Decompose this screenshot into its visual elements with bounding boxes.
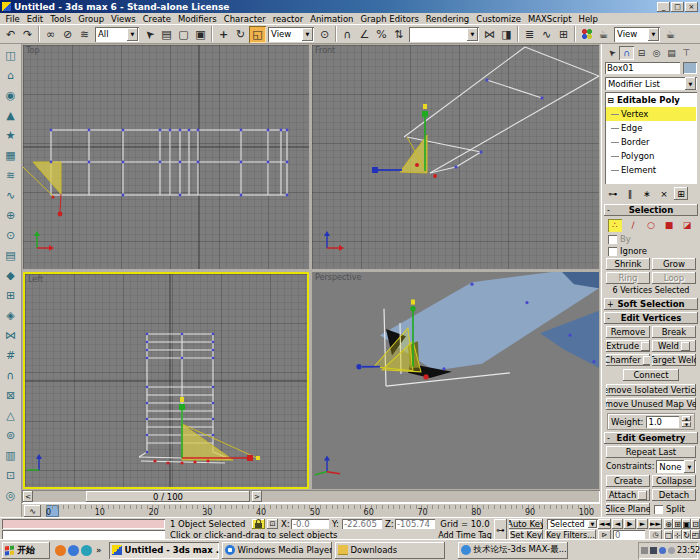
by-vertex-checkbox[interactable]	[608, 235, 617, 244]
x-coordinate-field[interactable]: -0.0	[291, 519, 329, 529]
target-weld-button[interactable]: Target Weld	[652, 354, 696, 366]
front-viewport-canvas[interactable]	[312, 45, 599, 269]
tab-panel-icon[interactable]: ⊞	[2, 285, 20, 305]
stack-subobject-item[interactable]: Vertex	[606, 107, 696, 121]
tab-panel-icon[interactable]: ⋈	[2, 325, 20, 345]
left-viewport-canvas[interactable]	[25, 274, 307, 487]
viewport-label[interactable]: Front	[315, 46, 335, 55]
set-key-icon[interactable]: ⊶	[494, 519, 507, 540]
remove-button[interactable]: Remove	[606, 326, 650, 338]
tray-messenger-icon[interactable]	[659, 547, 666, 554]
tab-panel-icon[interactable]: ◈	[2, 305, 20, 325]
viewport-label[interactable]: Perspective	[315, 273, 361, 282]
tab-panel-icon[interactable]: ▥	[2, 445, 20, 465]
schematic-view-icon[interactable]: ⊞	[555, 26, 572, 43]
attach-settings-icon[interactable]	[638, 491, 647, 500]
tab-motion-icon[interactable]: ◎	[649, 46, 664, 60]
quick-launch-media-icon[interactable]	[81, 545, 92, 556]
tray-printer-icon[interactable]	[641, 547, 648, 554]
undo-icon[interactable]: ↶	[2, 26, 19, 43]
stack-subobject-item[interactable]: Edge	[606, 121, 696, 135]
tab-panel-icon[interactable]: ▦	[2, 145, 20, 165]
chamfer-settings-icon[interactable]	[643, 356, 650, 365]
make-unique-icon[interactable]: ∗	[640, 187, 654, 200]
redo-icon[interactable]: ↷	[19, 26, 36, 43]
play-animation-icon[interactable]: ▶	[624, 519, 636, 529]
bind-to-spacewarp-icon[interactable]: ≋	[76, 26, 93, 43]
vertex-mode-icon[interactable]: ∴	[608, 219, 622, 232]
detach-button[interactable]: Detach	[652, 489, 696, 501]
top-viewport-canvas[interactable]	[23, 45, 309, 269]
polygon-mode-icon[interactable]: ■	[662, 219, 676, 232]
time-slider-prev-icon[interactable]: <	[23, 491, 33, 502]
tab-create-icon[interactable]: ➤	[604, 46, 619, 60]
select-and-move-icon[interactable]: +	[215, 26, 232, 43]
maxscript-listener-pink[interactable]	[2, 519, 165, 529]
stack-subobject-item[interactable]: Border	[606, 135, 696, 149]
tab-hierarchy-icon[interactable]: ⊟	[634, 46, 649, 60]
percent-snap-icon[interactable]: %	[373, 26, 390, 43]
menu-item[interactable]: Edit	[23, 14, 46, 24]
edit-geometry-rollout-header[interactable]: -Edit Geometry	[604, 432, 698, 444]
split-checkbox[interactable]	[654, 505, 663, 514]
dropdown-arrow-icon[interactable]: ▼	[467, 28, 478, 41]
select-object-icon[interactable]: ➤	[141, 26, 158, 43]
constraints-dropdown[interactable]: None▼	[656, 460, 696, 473]
tab-modify-icon[interactable]: ∩	[619, 46, 634, 60]
collapse-button[interactable]: Collapse	[652, 475, 696, 487]
time-slider-next-icon[interactable]: >	[252, 491, 262, 502]
weight-spinner[interactable]: ▲▼	[682, 416, 691, 427]
dropdown-arrow-icon[interactable]: ▼	[685, 77, 696, 90]
repeat-last-button[interactable]: Repeat Last	[606, 446, 696, 458]
go-to-end-icon[interactable]: ►►	[649, 519, 662, 529]
menu-item[interactable]: Group	[75, 14, 108, 24]
next-frame-icon[interactable]: ►	[637, 519, 648, 529]
select-and-rotate-icon[interactable]: ↻	[232, 26, 249, 43]
tab-panel-icon[interactable]: ◉	[2, 85, 20, 105]
shrink-button[interactable]: Shrink	[606, 258, 650, 270]
quick-launch-browser-icon[interactable]	[55, 545, 66, 556]
perspective-viewport[interactable]: Perspective	[312, 272, 599, 489]
extrude-settings-icon[interactable]	[641, 342, 650, 351]
menu-item[interactable]: Rendering	[422, 14, 472, 24]
pin-stack-icon[interactable]: ⊶	[606, 187, 620, 200]
object-name-field[interactable]: Box01	[605, 62, 680, 74]
auto-key-button[interactable]: Auto Key	[509, 519, 543, 529]
ignore-backfacing-checkbox[interactable]	[608, 247, 617, 256]
zoom-icon[interactable]: ⊕	[664, 519, 673, 529]
menu-item[interactable]: Views	[108, 14, 140, 24]
viewport-label[interactable]: Left	[28, 275, 43, 284]
left-viewport-active[interactable]: Left	[23, 272, 309, 489]
edge-mode-icon[interactable]: ∕	[626, 219, 640, 232]
perspective-viewport-canvas[interactable]	[312, 272, 599, 489]
zoom-extents-icon[interactable]: ▣	[682, 519, 691, 529]
minimize-button[interactable]: _	[657, 2, 670, 12]
tray-volume-icon[interactable]	[668, 547, 675, 554]
dropdown-arrow-icon[interactable]: ▼	[302, 28, 313, 41]
attach-button[interactable]: Attach	[606, 489, 650, 501]
remove-modifier-icon[interactable]: ×	[657, 187, 671, 200]
open-mini-curve-editor-icon[interactable]: ∿	[24, 505, 41, 517]
tab-panel-icon[interactable]: ⊙	[2, 225, 20, 245]
angle-snap-icon[interactable]: ∠	[356, 26, 373, 43]
extrude-button[interactable]: Extrude	[606, 340, 650, 352]
tab-panel-icon[interactable]: ▤	[2, 245, 20, 265]
border-mode-icon[interactable]: ○	[644, 219, 658, 232]
maximize-button[interactable]: □	[671, 2, 684, 12]
tab-panel-icon[interactable]: #	[2, 345, 20, 365]
tab-panel-icon[interactable]: ∩	[2, 365, 20, 385]
soft-selection-rollout-header[interactable]: +Soft Selection	[604, 298, 698, 310]
time-slider-handle[interactable]: 0 / 100	[86, 491, 250, 502]
crossing-selection-icon[interactable]: ▣	[192, 26, 209, 43]
go-to-start-icon[interactable]: ◄◄	[598, 519, 611, 529]
dropdown-arrow-icon[interactable]: ▼	[684, 460, 695, 473]
tab-panel-icon[interactable]: ≋	[2, 165, 20, 185]
object-color-swatch[interactable]	[683, 62, 697, 74]
stack-root-item[interactable]: ⊟ Editable Poly	[606, 93, 696, 107]
tree-collapse-icon[interactable]: ⊟	[606, 96, 615, 105]
menu-item[interactable]: Tools	[47, 14, 75, 24]
dropdown-arrow-icon[interactable]: ▼	[127, 28, 138, 41]
selection-rollout-header[interactable]: -Selection	[604, 204, 698, 216]
remove-isolated-vertices-button[interactable]: Remove Isolated Vertices	[606, 384, 696, 396]
spinner-snap-icon[interactable]: ⇅	[390, 26, 407, 43]
